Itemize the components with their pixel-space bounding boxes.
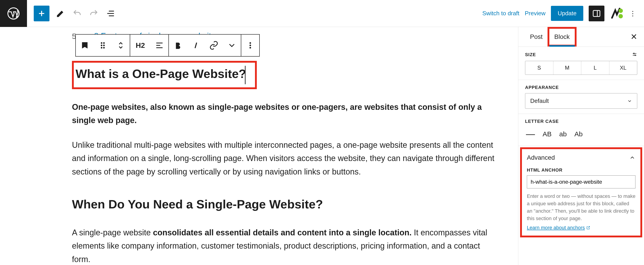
- tab-block[interactable]: Block: [548, 27, 576, 46]
- text-caret: [245, 66, 246, 84]
- appearance-section: APPEARANCE Default: [518, 80, 644, 114]
- heading-block-selected[interactable]: What is a One-Page Website?: [72, 61, 257, 89]
- add-block-button[interactable]: [34, 5, 50, 21]
- svg-point-7: [103, 45, 105, 46]
- case-cap[interactable]: Ab: [574, 130, 582, 138]
- anchor-label: HTML ANCHOR: [527, 168, 636, 173]
- sidebar-tabs: Post Block ✕: [518, 27, 644, 47]
- document-overview-icon[interactable]: [105, 8, 116, 19]
- svg-point-5: [103, 42, 105, 44]
- size-options: S M L XL: [525, 61, 637, 75]
- svg-point-14: [635, 55, 636, 56]
- paragraph-block[interactable]: A single-page website consolidates all e…: [72, 226, 495, 265]
- svg-point-10: [250, 42, 251, 44]
- svg-point-11: [250, 45, 251, 46]
- redo-icon[interactable]: [88, 8, 100, 19]
- toolbar-right-group: Switch to draft Preview Update ⋮: [482, 5, 644, 21]
- drag-handle-icon[interactable]: [94, 34, 112, 56]
- advanced-panel: Advanced HTML ANCHOR Enter a word or two…: [520, 147, 642, 237]
- italic-icon[interactable]: [187, 34, 205, 56]
- lettercase-section: LETTER CASE — AB ab Ab: [518, 114, 644, 146]
- case-upper[interactable]: AB: [542, 130, 552, 138]
- paragraph-block[interactable]: One-page websites, also known as single-…: [72, 100, 495, 127]
- undo-icon[interactable]: [72, 8, 83, 19]
- toolbar-left-group: [27, 5, 116, 21]
- editor-canvas: 5.8 Features of single-page websites: [0, 27, 518, 265]
- anchor-help-text: Enter a word or two — without spaces — t…: [527, 193, 636, 222]
- chevron-down-icon[interactable]: [223, 34, 241, 56]
- svg-point-12: [250, 47, 251, 48]
- move-arrows-icon[interactable]: [112, 34, 130, 56]
- svg-rect-1: [593, 10, 600, 16]
- advanced-label: Advanced: [527, 154, 555, 161]
- svg-point-6: [101, 45, 102, 46]
- close-icon[interactable]: ✕: [630, 32, 637, 41]
- switch-to-draft-link[interactable]: Switch to draft: [482, 10, 520, 17]
- settings-sidebar-toggle[interactable]: [589, 5, 604, 21]
- paragraph-block[interactable]: Unlike traditional multi-page websites w…: [72, 138, 495, 178]
- size-label: SIZE: [525, 52, 536, 57]
- yoast-icon[interactable]: [610, 7, 623, 20]
- bold-icon[interactable]: [169, 34, 187, 56]
- link-icon[interactable]: [205, 34, 223, 56]
- size-settings-icon[interactable]: [632, 52, 637, 58]
- case-none[interactable]: —: [526, 129, 535, 139]
- more-options-icon[interactable]: ⋮: [628, 9, 637, 17]
- svg-point-9: [103, 47, 105, 48]
- svg-point-4: [101, 42, 102, 44]
- heading-text: What is a One-Page Website?: [76, 67, 246, 80]
- svg-point-8: [101, 47, 102, 48]
- block-toolbar: H2: [75, 34, 260, 57]
- size-xl[interactable]: XL: [609, 61, 637, 75]
- lettercase-label: LETTER CASE: [525, 119, 637, 124]
- align-icon[interactable]: [150, 34, 168, 56]
- html-anchor-input[interactable]: [527, 175, 636, 188]
- edit-mode-icon[interactable]: [55, 8, 66, 19]
- heading-block[interactable]: When Do You Need a Single-Page Website?: [72, 194, 495, 215]
- size-l[interactable]: L: [581, 61, 609, 75]
- wordpress-logo[interactable]: [0, 0, 27, 27]
- learn-more-anchors-link[interactable]: Learn more about anchors: [527, 225, 590, 231]
- case-lower[interactable]: ab: [559, 130, 567, 138]
- advanced-toggle[interactable]: Advanced: [527, 154, 636, 161]
- size-section: SIZE S M L XL: [518, 47, 644, 80]
- update-button[interactable]: Update: [551, 6, 583, 21]
- appearance-select[interactable]: Default: [525, 93, 637, 109]
- appearance-label: APPEARANCE: [525, 85, 637, 90]
- svg-point-3: [618, 14, 623, 18]
- size-s[interactable]: S: [525, 61, 554, 75]
- size-m[interactable]: M: [554, 61, 582, 75]
- tab-post[interactable]: Post: [525, 27, 548, 46]
- heading-level-selector[interactable]: H2: [130, 34, 150, 56]
- block-more-icon[interactable]: [241, 34, 259, 56]
- block-type-icon[interactable]: [76, 34, 94, 56]
- preview-link[interactable]: Preview: [525, 10, 546, 17]
- appearance-value: Default: [530, 97, 549, 104]
- svg-point-2: [618, 8, 623, 13]
- svg-point-13: [634, 53, 634, 54]
- settings-sidebar: Post Block ✕ SIZE S M L XL APPEARANCE De…: [518, 27, 644, 265]
- editor-toolbar: Switch to draft Preview Update ⋮: [0, 0, 644, 27]
